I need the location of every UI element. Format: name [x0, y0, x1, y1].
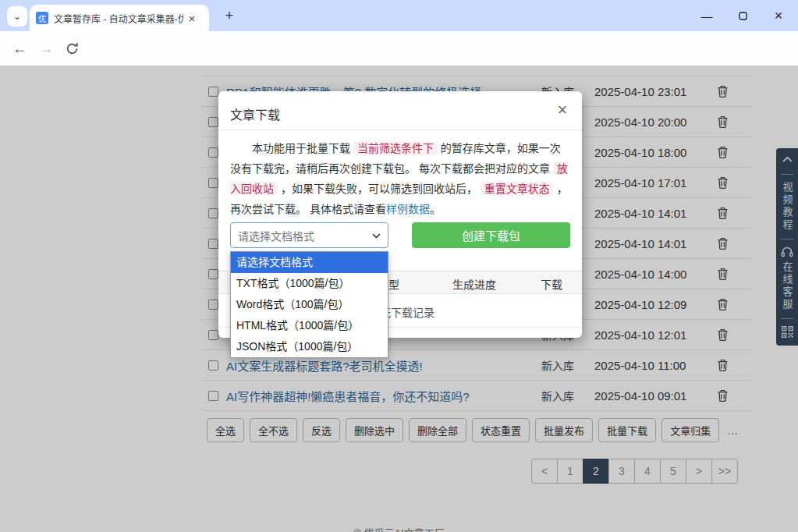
window-close-button[interactable]: × [761, 0, 796, 31]
format-option[interactable]: HTML格式（1000篇/包） [231, 315, 388, 336]
forward-button[interactable]: → [39, 41, 53, 57]
col-download: 下载 [541, 276, 562, 292]
format-dropdown-list: 请选择文档格式TXT格式（1000篇/包）Word格式（100篇/包）HTML格… [230, 251, 388, 358]
refresh-button[interactable] [66, 42, 79, 59]
dialog-title: 文章下载 [230, 105, 280, 123]
highlighted-phrase: 当前筛选条件下 [353, 141, 438, 155]
browser-titlebar: ⌄ 优 文章暂存库 - 自动文章采集器-优 × + — × [0, 0, 798, 31]
description-text: 。 [430, 203, 441, 215]
browser-toolbar: ← → ucaiyun.com/caiji/articles/ ☆ 井 ⋮ [0, 31, 798, 66]
maximize-icon [739, 12, 747, 20]
format-select-value: 请选择文档格式 [238, 228, 314, 243]
col-progress: 生成进度 [452, 276, 496, 292]
create-package-button[interactable]: 创建下载包 [412, 222, 570, 248]
refresh-icon [66, 42, 79, 55]
browser-tab[interactable]: 优 文章暂存库 - 自动文章采集器-优 × [30, 5, 209, 31]
new-tab-button[interactable]: + [220, 6, 239, 25]
minimize-button[interactable]: — [689, 0, 725, 31]
tab-title: 文章暂存库 - 自动文章采集器-优 [54, 12, 183, 25]
format-option[interactable]: Word格式（100篇/包） [231, 294, 388, 315]
dialog-close-icon[interactable]: × [554, 100, 571, 120]
page-content: RPA和智能体谁更胜一筹? 数字化转型的终极选择新入库2025-04-10 23… [0, 66, 798, 532]
format-option[interactable]: 请选择文档格式 [231, 252, 388, 273]
description-text: ，如果下载失败，可以筛选到回收站后， [278, 183, 481, 195]
sample-data-link[interactable]: 样例数据 [386, 203, 430, 215]
back-button[interactable]: ← [12, 41, 27, 57]
format-option[interactable]: JSON格式（1000篇/包） [231, 336, 388, 357]
chevron-down-icon: ⌄ [13, 11, 21, 22]
tab-close-icon[interactable]: × [185, 12, 199, 25]
favicon-icon: 优 [36, 12, 48, 24]
highlighted-phrase: 重置文章状态 [481, 182, 554, 196]
app-window: ⌄ 优 文章暂存库 - 自动文章采集器-优 × + — × ← → ucaiyu… [0, 0, 798, 532]
tab-search-button[interactable]: ⌄ [7, 6, 27, 27]
format-select[interactable]: 请选择文档格式 [230, 222, 388, 248]
dialog-description: 本功能用于批量下载 当前筛选条件下 的暂存库文章，如果一次没有下载完，请稍后再次… [230, 138, 570, 219]
description-text: 本功能用于批量下载 [252, 142, 353, 154]
chevron-down-icon [372, 233, 381, 239]
format-option[interactable]: TXT格式（1000篇/包） [231, 273, 388, 294]
dialog-header: 文章下载 × [218, 91, 582, 130]
window-controls: — × [689, 0, 796, 31]
maximize-button[interactable] [725, 0, 761, 31]
